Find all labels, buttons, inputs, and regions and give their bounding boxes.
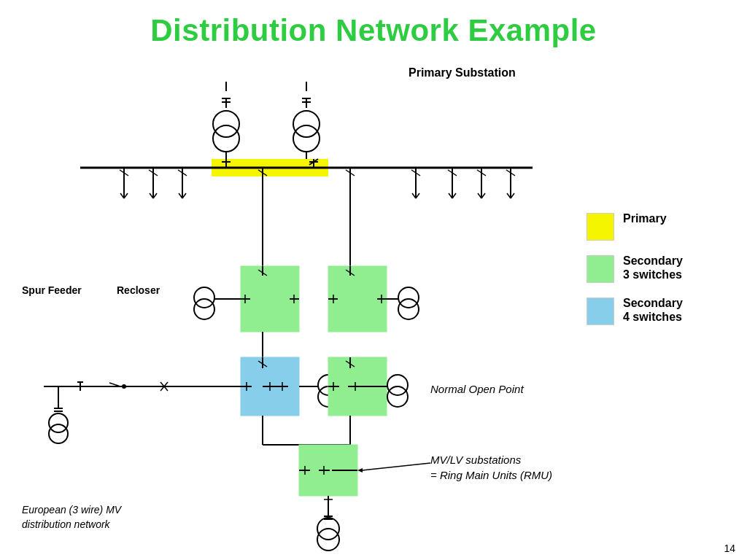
- svg-point-79: [398, 287, 419, 308]
- svg-point-103: [387, 375, 408, 395]
- svg-point-134: [49, 413, 68, 432]
- legend: Primary Secondary3 switches Secondary4 s…: [587, 211, 740, 338]
- svg-point-2: [293, 111, 320, 137]
- svg-point-1: [213, 125, 239, 152]
- legend-secondary4-box: [587, 298, 614, 325]
- legend-primary-box: [587, 213, 614, 241]
- legend-secondary4-label: Secondary4 switches: [623, 296, 683, 324]
- svg-point-69: [194, 287, 214, 308]
- svg-marker-122: [357, 468, 363, 472]
- label-recloser: Recloser: [117, 284, 160, 296]
- legend-primary: Primary: [587, 211, 740, 241]
- label-european: European (3 wire) MVdistribution network: [22, 503, 121, 532]
- svg-point-3: [293, 125, 320, 152]
- svg-line-121: [363, 463, 430, 470]
- label-normal-open-point: Normal Open Point: [430, 383, 524, 395]
- legend-secondary4: Secondary4 switches: [587, 296, 740, 325]
- svg-point-104: [387, 386, 408, 407]
- legend-secondary3-label: Secondary3 switches: [623, 254, 683, 281]
- svg-point-127: [122, 384, 126, 389]
- svg-point-80: [398, 299, 419, 319]
- svg-point-70: [194, 299, 214, 319]
- legend-secondary3-box: [587, 255, 614, 283]
- legend-primary-label: Primary: [623, 211, 667, 225]
- svg-point-0: [213, 111, 239, 137]
- label-spur-feeder: Spur Feeder: [22, 284, 82, 296]
- svg-point-135: [49, 424, 68, 443]
- label-mvlv: MV/LV substations= Ring Main Units (RMU): [430, 452, 552, 483]
- page-number: 14: [724, 542, 735, 554]
- page-title: Distribution Network Example: [0, 0, 747, 48]
- legend-secondary3: Secondary3 switches: [587, 254, 740, 283]
